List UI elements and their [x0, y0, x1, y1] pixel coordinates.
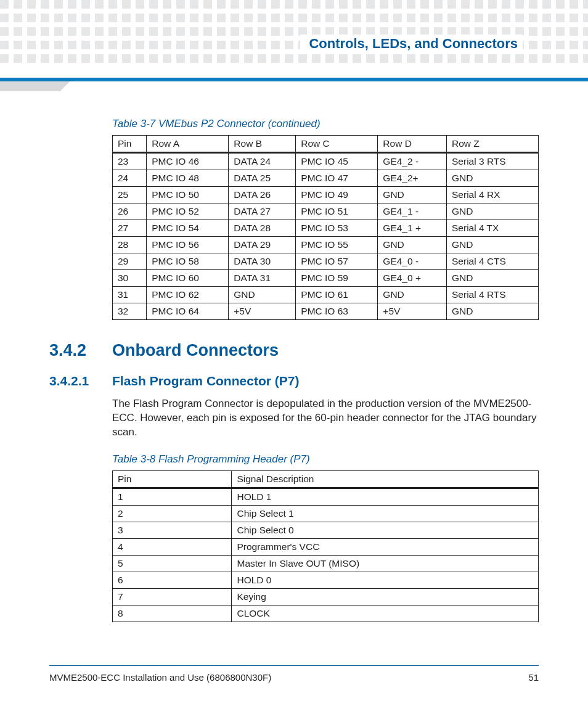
- table-cell: +5V: [229, 303, 296, 320]
- section-title: Onboard Connectors: [112, 341, 279, 360]
- section-title: Flash Program Connector (P7): [112, 374, 299, 388]
- table-cell: 7: [113, 588, 232, 605]
- table-header-cell: Pin: [113, 470, 232, 488]
- table-cell: GND: [447, 303, 539, 320]
- table-cell: DATA 24: [229, 153, 296, 170]
- table-row: 26PMC IO 52DATA 27PMC IO 51GE4_1 -GND: [113, 203, 539, 220]
- table-cell: DATA 25: [229, 170, 296, 187]
- table-cell: 25: [113, 187, 147, 203]
- table-cell: GE4_2 -: [378, 153, 447, 170]
- table-row: 31PMC IO 62GNDPMC IO 61GNDSerial 4 RTS: [113, 287, 539, 303]
- table-cell: PMC IO 49: [296, 187, 378, 203]
- table-cell: 32: [113, 303, 147, 320]
- table-cell: HOLD 0: [232, 572, 539, 588]
- table-header-cell: Row A: [147, 136, 229, 153]
- table-cell: GND: [447, 270, 539, 287]
- table-header-cell: Pin: [113, 136, 147, 153]
- table-cell: Serial 4 RTS: [447, 287, 539, 303]
- table-cell: DATA 28: [229, 220, 296, 237]
- table-row: 3Chip Select 0: [113, 522, 539, 538]
- table-cell: PMC IO 64: [147, 303, 229, 320]
- page-footer: MVME2500-ECC Installation and Use (68068…: [49, 665, 539, 683]
- table-cell: DATA 26: [229, 187, 296, 203]
- table-cell: GND: [378, 187, 447, 203]
- table-cell: PMC IO 52: [147, 203, 229, 220]
- table-cell: PMC IO 54: [147, 220, 229, 237]
- section-3-4-2-heading: 3.4.2 Onboard Connectors: [49, 341, 539, 360]
- section-3-4-2-1-heading: 3.4.2.1 Flash Program Connector (P7): [49, 374, 539, 388]
- table-cell: GND: [447, 170, 539, 187]
- table-3-8-caption: Table 3-8 Flash Programming Header (P7): [112, 453, 539, 466]
- page-content: Table 3-7 VMEbus P2 Connector (continued…: [49, 114, 539, 622]
- table-cell: PMC IO 57: [296, 253, 378, 270]
- table-cell: GND: [378, 237, 447, 253]
- table-cell: 30: [113, 270, 147, 287]
- table-row: 1HOLD 1: [113, 488, 539, 505]
- table-cell: GE4_2+: [378, 170, 447, 187]
- table-row: 6HOLD 0: [113, 572, 539, 588]
- table-cell: 5: [113, 555, 232, 572]
- table-cell: DATA 29: [229, 237, 296, 253]
- table-cell: GND: [229, 287, 296, 303]
- table-cell: HOLD 1: [232, 488, 539, 505]
- section-number: 3.4.2.1: [49, 374, 94, 388]
- table-3-7: PinRow ARow BRow CRow DRow Z 23PMC IO 46…: [112, 135, 539, 320]
- table-row: 4Programmer's VCC: [113, 538, 539, 555]
- footer-page-number: 51: [528, 672, 539, 683]
- table-row: 30PMC IO 60DATA 31PMC IO 59GE4_0 +GND: [113, 270, 539, 287]
- table-cell: Serial 3 RTS: [447, 153, 539, 170]
- table-cell: Master In Slave OUT (MISO): [232, 555, 539, 572]
- table-cell: Serial 4 CTS: [447, 253, 539, 270]
- table-3-8: PinSignal Description 1HOLD 12Chip Selec…: [112, 470, 539, 622]
- table-cell: 3: [113, 522, 232, 538]
- table-cell: 29: [113, 253, 147, 270]
- table-row: 2Chip Select 1: [113, 505, 539, 522]
- table-cell: 31: [113, 287, 147, 303]
- table-cell: DATA 27: [229, 203, 296, 220]
- table-cell: GE4_1 -: [378, 203, 447, 220]
- table-header-cell: Row B: [229, 136, 296, 153]
- table-cell: Serial 4 TX: [447, 220, 539, 237]
- table-header-cell: Row Z: [447, 136, 539, 153]
- table-cell: 23: [113, 153, 147, 170]
- table-cell: 4: [113, 538, 232, 555]
- table-row: 25PMC IO 50DATA 26PMC IO 49GNDSerial 4 R…: [113, 187, 539, 203]
- table-cell: GND: [447, 203, 539, 220]
- table-cell: PMC IO 47: [296, 170, 378, 187]
- table-cell: Programmer's VCC: [232, 538, 539, 555]
- table-cell: 28: [113, 237, 147, 253]
- table-cell: PMC IO 59: [296, 270, 378, 287]
- table-cell: 27: [113, 220, 147, 237]
- table-cell: PMC IO 48: [147, 170, 229, 187]
- table-header-cell: Signal Description: [232, 470, 539, 488]
- table-cell: GND: [447, 237, 539, 253]
- table-cell: Chip Select 0: [232, 522, 539, 538]
- table-cell: 24: [113, 170, 147, 187]
- table-row: 28PMC IO 56DATA 29PMC IO 55GNDGND: [113, 237, 539, 253]
- header-rule-grey: [0, 81, 129, 91]
- table-cell: PMC IO 56: [147, 237, 229, 253]
- table-cell: +5V: [378, 303, 447, 320]
- table-cell: Keying: [232, 588, 539, 605]
- table-cell: 6: [113, 572, 232, 588]
- footer-doc-title: MVME2500-ECC Installation and Use (68068…: [49, 672, 271, 683]
- table-cell: PMC IO 55: [296, 237, 378, 253]
- table-cell: 2: [113, 505, 232, 522]
- table-cell: DATA 31: [229, 270, 296, 287]
- table-cell: 1: [113, 488, 232, 505]
- page-header-title: Controls, LEDs, and Connectors: [300, 35, 523, 53]
- table-3-7-caption: Table 3-7 VMEbus P2 Connector (continued…: [112, 118, 539, 130]
- table-row: 7Keying: [113, 588, 539, 605]
- table-cell: DATA 30: [229, 253, 296, 270]
- table-cell: CLOCK: [232, 605, 539, 622]
- table-cell: PMC IO 46: [147, 153, 229, 170]
- table-cell: PMC IO 50: [147, 187, 229, 203]
- table-header-cell: Row D: [378, 136, 447, 153]
- table-cell: Serial 4 RX: [447, 187, 539, 203]
- table-cell: PMC IO 45: [296, 153, 378, 170]
- table-cell: GE4_1 +: [378, 220, 447, 237]
- table-cell: PMC IO 60: [147, 270, 229, 287]
- table-cell: PMC IO 58: [147, 253, 229, 270]
- table-cell: Chip Select 1: [232, 505, 539, 522]
- table-cell: GND: [378, 287, 447, 303]
